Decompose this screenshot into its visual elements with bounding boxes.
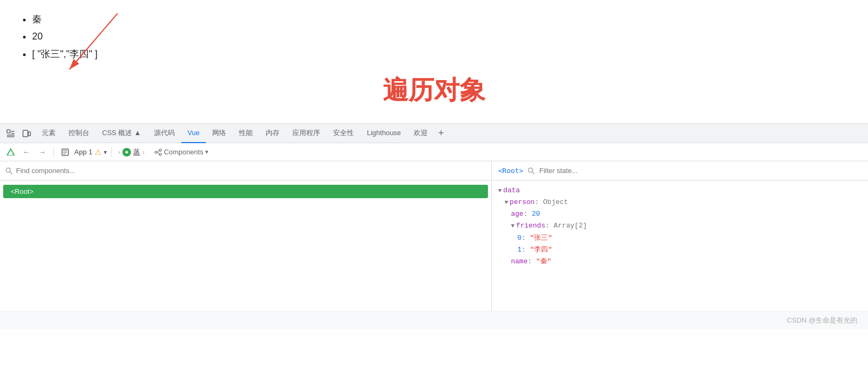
tab-sources[interactable]: 源代码 [148,124,181,143]
tree-age: age : 20 [498,208,862,220]
components-dropdown[interactable]: Components ▾ [151,147,212,157]
tab-performance[interactable]: 性能 [232,124,259,143]
name-key: name [511,256,528,268]
friend-1-key: 1 [517,244,522,256]
name-colon: : [528,256,536,268]
components-icon [154,148,162,156]
back-btn[interactable]: ← [19,145,33,159]
bullet-item-2: 20 [32,28,852,45]
separator-1 [53,147,54,157]
breadcrumb: › 蒸 › [118,147,145,157]
tab-console[interactable]: 控制台 [62,124,96,143]
age-key: age [511,208,523,220]
page-icon [61,148,69,156]
tree-friend-0: 0 : "张三" [498,232,862,244]
svg-point-16 [159,149,161,151]
bullet-item-1: 秦 [32,11,852,28]
tab-memory[interactable]: 内存 [259,124,286,143]
tab-application[interactable]: 应用程序 [286,124,327,143]
friends-toggle[interactable]: ▼ [511,221,515,231]
svg-rect-8 [28,132,30,136]
right-panel: <Root> ▼ data ▼ person : Obje [492,161,868,311]
devtools-main: <Root> <Root> ▼ data ▼ [0,161,868,311]
vue-logo [4,146,17,159]
friends-colon: : [545,220,554,232]
tab-network[interactable]: 网络 [206,124,232,143]
filter-state-input[interactable] [539,167,862,175]
left-panel: <Root> [0,161,492,311]
svg-point-20 [6,168,11,172]
svg-point-15 [155,151,157,153]
tab-security[interactable]: 安全性 [327,124,360,143]
devtools-tabs: 元素 控制台 CSS 概述 ▲ 源代码 Vue 网络 性能 内存 应用程序 安全… [35,124,865,143]
breadcrumb-sep-1: › [118,148,120,156]
person-type: Object [543,197,568,208]
add-tab-btn[interactable]: + [434,124,448,143]
devtools-topbar: 元素 控制台 CSS 概述 ▲ 源代码 Vue 网络 性能 内存 应用程序 安全… [0,124,868,143]
tree-person: ▼ person : Object [498,197,862,208]
dropdown-btn[interactable]: ▾ [104,148,107,156]
search-icon-right [528,167,535,175]
svg-line-18 [157,151,159,152]
tree-name: name : "秦" [498,256,862,268]
device-icon [22,129,31,138]
page-title: 遍历对象 [16,73,852,107]
bullet-list: 秦 20 [ "张三","李四" ] [16,11,852,62]
person-colon: : [534,197,543,208]
tree-friend-1: 1 : "李四" [498,244,862,256]
svg-line-19 [157,152,159,154]
forward-btn[interactable]: → [35,145,49,159]
friends-key: friends [516,220,546,232]
data-toggle[interactable]: ▼ [498,186,502,196]
warning-badge: ⚠ [95,148,102,156]
top-content: 秦 20 [ "张三","李四" ] 遍历对象 [0,0,868,123]
watermark: CSDN @生命是有光的 [787,316,857,325]
age-val: 20 [532,208,540,220]
green-dot [122,148,131,156]
inspect-icon [6,129,15,138]
friend-0-key: 0 [517,232,522,244]
components-label: Components [164,148,204,156]
person-toggle[interactable]: ▼ [505,198,508,208]
name-val: "秦" [536,256,552,268]
friend-1-colon: : [522,244,530,256]
friends-type: Array[2] [554,220,587,232]
root-component[interactable]: <Root> [3,185,488,198]
right-header: <Root> [492,161,868,181]
tab-elements[interactable]: 元素 [35,124,62,143]
search-icon-left [5,167,13,175]
inspect-icon-btn[interactable] [3,126,18,141]
data-key: data [503,185,520,197]
tab-css-overview[interactable]: CSS 概述 ▲ [96,124,148,143]
root-tag: <Root> [498,167,523,175]
friend-1-val: "李四" [530,244,552,256]
tree-friends: ▼ friends : Array[2] [498,220,862,232]
svg-point-17 [159,153,161,155]
app-label: App 1 [74,148,92,156]
tab-vue[interactable]: Vue [181,124,206,143]
tree-data: ▼ data [498,185,862,197]
components-dropdown-arrow: ▾ [205,148,208,155]
svg-line-23 [532,171,534,174]
age-colon: : [523,208,532,220]
friend-0-colon: : [522,232,530,244]
page-icon-btn[interactable] [58,145,72,159]
svg-line-21 [10,171,13,174]
footer: CSDN @生命是有光的 [0,311,868,330]
component-list: <Root> [0,181,491,202]
devtools-panel: 元素 控制台 CSS 概述 ▲ 源代码 Vue 网络 性能 内存 应用程序 安全… [0,123,868,330]
device-toolbar-btn[interactable] [19,126,34,141]
svg-point-22 [528,168,532,172]
person-key: person [510,197,535,208]
svg-rect-7 [23,130,28,137]
bullet-item-3: [ "张三","李四" ] [32,45,852,62]
tab-lighthouse[interactable]: Lighthouse [360,124,407,143]
breadcrumb-sep-2: › [142,148,144,156]
devtools-secondbar: ← → App 1 ⚠ ▾ › 蒸 › [0,143,868,161]
separator-2 [111,147,112,157]
breadcrumb-item[interactable]: 蒸 [133,147,140,157]
tab-welcome[interactable]: 欢迎 [407,124,434,143]
search-input[interactable] [16,167,486,175]
friend-0-val: "张三" [530,232,552,244]
search-bar [0,161,491,181]
